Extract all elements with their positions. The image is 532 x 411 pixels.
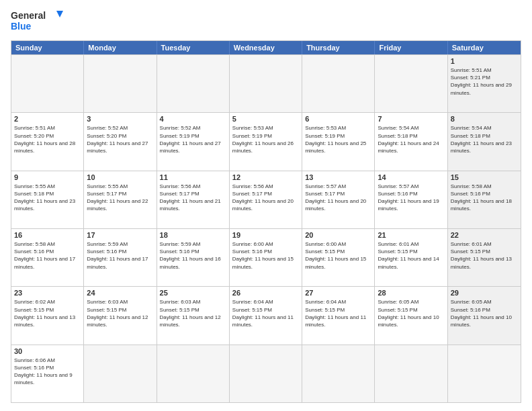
cell-sun-info: Sunrise: 6:03 AM Sunset: 5:15 PM Dayligh… — [87, 298, 153, 328]
calendar-cell: 13Sunrise: 5:57 AM Sunset: 5:17 PM Dayli… — [302, 171, 375, 228]
cell-sun-info: Sunrise: 5:51 AM Sunset: 5:21 PM Dayligh… — [451, 66, 518, 97]
header: General Blue — [11, 8, 521, 35]
weekday-header: Monday — [84, 41, 157, 54]
calendar-cell — [84, 345, 157, 402]
day-number: 28 — [378, 289, 444, 297]
cell-sun-info: Sunrise: 6:05 AM Sunset: 5:16 PM Dayligh… — [451, 298, 518, 328]
weekday-header: Friday — [375, 41, 447, 54]
calendar-cell — [302, 55, 375, 112]
calendar-row: 23Sunrise: 6:02 AM Sunset: 5:15 PM Dayli… — [11, 286, 521, 344]
cell-sun-info: Sunrise: 5:55 AM Sunset: 5:17 PM Dayligh… — [87, 183, 153, 213]
calendar-cell: 10Sunrise: 5:55 AM Sunset: 5:17 PM Dayli… — [84, 171, 157, 228]
cell-sun-info: Sunrise: 5:51 AM Sunset: 5:20 PM Dayligh… — [14, 124, 81, 154]
cell-sun-info: Sunrise: 5:58 AM Sunset: 5:16 PM Dayligh… — [14, 240, 81, 271]
calendar-cell: 3Sunrise: 5:52 AM Sunset: 5:20 PM Daylig… — [84, 113, 157, 170]
calendar-cell: 26Sunrise: 6:04 AM Sunset: 5:15 PM Dayli… — [230, 287, 302, 344]
day-number: 7 — [378, 115, 444, 123]
calendar-cell: 15Sunrise: 5:58 AM Sunset: 5:16 PM Dayli… — [448, 171, 521, 228]
cell-sun-info: Sunrise: 6:00 AM Sunset: 5:16 PM Dayligh… — [232, 240, 299, 271]
calendar-cell — [157, 345, 230, 402]
day-number: 21 — [378, 231, 444, 239]
calendar-row: 30Sunrise: 6:06 AM Sunset: 5:16 PM Dayli… — [11, 345, 521, 402]
day-number: 18 — [160, 231, 226, 239]
day-number: 17 — [87, 231, 153, 239]
day-number: 29 — [451, 289, 518, 297]
calendar-cell — [157, 55, 230, 112]
day-number: 25 — [160, 289, 226, 297]
page: General Blue SundayMondayTuesdayWednesda… — [0, 0, 532, 411]
day-number: 3 — [87, 115, 153, 123]
day-number: 23 — [14, 289, 81, 297]
calendar-cell — [302, 345, 375, 402]
calendar-cell: 30Sunrise: 6:06 AM Sunset: 5:16 PM Dayli… — [11, 345, 84, 402]
cell-sun-info: Sunrise: 5:54 AM Sunset: 5:18 PM Dayligh… — [451, 124, 518, 154]
calendar-cell: 23Sunrise: 6:02 AM Sunset: 5:15 PM Dayli… — [11, 287, 84, 344]
calendar-cell: 9Sunrise: 5:55 AM Sunset: 5:18 PM Daylig… — [11, 171, 84, 228]
cell-sun-info: Sunrise: 5:58 AM Sunset: 5:16 PM Dayligh… — [451, 183, 518, 213]
cell-sun-info: Sunrise: 5:59 AM Sunset: 5:16 PM Dayligh… — [87, 240, 153, 271]
cell-sun-info: Sunrise: 5:59 AM Sunset: 5:16 PM Dayligh… — [160, 240, 226, 271]
calendar-header: SundayMondayTuesdayWednesdayThursdayFrid… — [11, 41, 521, 54]
calendar-cell: 16Sunrise: 5:58 AM Sunset: 5:16 PM Dayli… — [11, 229, 84, 286]
day-number: 15 — [451, 173, 518, 181]
day-number: 14 — [378, 173, 444, 181]
calendar: SundayMondayTuesdayWednesdayThursdayFrid… — [11, 40, 521, 403]
cell-sun-info: Sunrise: 6:04 AM Sunset: 5:15 PM Dayligh… — [305, 298, 371, 328]
day-number: 12 — [232, 173, 299, 181]
calendar-cell: 20Sunrise: 6:00 AM Sunset: 5:15 PM Dayli… — [302, 229, 375, 286]
calendar-cell: 6Sunrise: 5:53 AM Sunset: 5:19 PM Daylig… — [302, 113, 375, 170]
cell-sun-info: Sunrise: 5:52 AM Sunset: 5:20 PM Dayligh… — [87, 124, 153, 154]
day-number: 30 — [14, 347, 81, 355]
calendar-cell: 25Sunrise: 6:03 AM Sunset: 5:15 PM Dayli… — [157, 287, 230, 344]
svg-text:General: General — [11, 10, 46, 21]
calendar-cell — [11, 55, 84, 112]
cell-sun-info: Sunrise: 5:57 AM Sunset: 5:16 PM Dayligh… — [378, 183, 444, 213]
calendar-cell — [230, 345, 302, 402]
calendar-cell: 5Sunrise: 5:53 AM Sunset: 5:19 PM Daylig… — [230, 113, 302, 170]
cell-sun-info: Sunrise: 6:01 AM Sunset: 5:15 PM Dayligh… — [378, 240, 444, 271]
weekday-header: Tuesday — [157, 41, 230, 54]
calendar-row: 16Sunrise: 5:58 AM Sunset: 5:16 PM Dayli… — [11, 228, 521, 286]
calendar-row: 2Sunrise: 5:51 AM Sunset: 5:20 PM Daylig… — [11, 112, 521, 170]
day-number: 9 — [14, 173, 81, 181]
calendar-cell: 19Sunrise: 6:00 AM Sunset: 5:16 PM Dayli… — [230, 229, 302, 286]
day-number: 13 — [305, 173, 371, 181]
calendar-cell: 18Sunrise: 5:59 AM Sunset: 5:16 PM Dayli… — [157, 229, 230, 286]
calendar-cell: 7Sunrise: 5:54 AM Sunset: 5:18 PM Daylig… — [375, 113, 447, 170]
cell-sun-info: Sunrise: 6:05 AM Sunset: 5:15 PM Dayligh… — [378, 298, 444, 328]
calendar-cell — [230, 55, 302, 112]
calendar-cell — [375, 55, 447, 112]
calendar-cell: 2Sunrise: 5:51 AM Sunset: 5:20 PM Daylig… — [11, 113, 84, 170]
calendar-cell — [375, 345, 447, 402]
cell-sun-info: Sunrise: 5:53 AM Sunset: 5:19 PM Dayligh… — [305, 124, 371, 154]
cell-sun-info: Sunrise: 5:54 AM Sunset: 5:18 PM Dayligh… — [378, 124, 444, 154]
calendar-cell: 21Sunrise: 6:01 AM Sunset: 5:15 PM Dayli… — [375, 229, 447, 286]
day-number: 4 — [160, 115, 226, 123]
day-number: 8 — [451, 115, 518, 123]
weekday-header: Thursday — [302, 41, 375, 54]
cell-sun-info: Sunrise: 6:06 AM Sunset: 5:16 PM Dayligh… — [14, 357, 81, 387]
day-number: 16 — [14, 231, 81, 239]
day-number: 6 — [305, 115, 371, 123]
svg-text:Blue: Blue — [11, 21, 32, 32]
cell-sun-info: Sunrise: 6:04 AM Sunset: 5:15 PM Dayligh… — [232, 298, 299, 328]
calendar-cell: 1Sunrise: 5:51 AM Sunset: 5:21 PM Daylig… — [448, 55, 521, 112]
calendar-cell: 17Sunrise: 5:59 AM Sunset: 5:16 PM Dayli… — [84, 229, 157, 286]
cell-sun-info: Sunrise: 6:01 AM Sunset: 5:15 PM Dayligh… — [451, 240, 518, 271]
calendar-cell: 8Sunrise: 5:54 AM Sunset: 5:18 PM Daylig… — [448, 113, 521, 170]
logo: General Blue — [11, 8, 64, 35]
cell-sun-info: Sunrise: 6:02 AM Sunset: 5:15 PM Dayligh… — [14, 298, 81, 328]
calendar-row: 9Sunrise: 5:55 AM Sunset: 5:18 PM Daylig… — [11, 171, 521, 228]
cell-sun-info: Sunrise: 5:56 AM Sunset: 5:17 PM Dayligh… — [160, 183, 226, 213]
calendar-cell: 4Sunrise: 5:52 AM Sunset: 5:19 PM Daylig… — [157, 113, 230, 170]
calendar-cell — [448, 345, 521, 402]
day-number: 11 — [160, 173, 226, 181]
calendar-cell: 14Sunrise: 5:57 AM Sunset: 5:16 PM Dayli… — [375, 171, 447, 228]
calendar-cell: 28Sunrise: 6:05 AM Sunset: 5:15 PM Dayli… — [375, 287, 447, 344]
calendar-body: 1Sunrise: 5:51 AM Sunset: 5:21 PM Daylig… — [11, 54, 521, 402]
cell-sun-info: Sunrise: 5:55 AM Sunset: 5:18 PM Dayligh… — [14, 183, 81, 213]
day-number: 1 — [451, 57, 518, 65]
calendar-cell: 29Sunrise: 6:05 AM Sunset: 5:16 PM Dayli… — [448, 287, 521, 344]
weekday-header: Wednesday — [230, 41, 302, 54]
weekday-header: Saturday — [448, 41, 521, 54]
